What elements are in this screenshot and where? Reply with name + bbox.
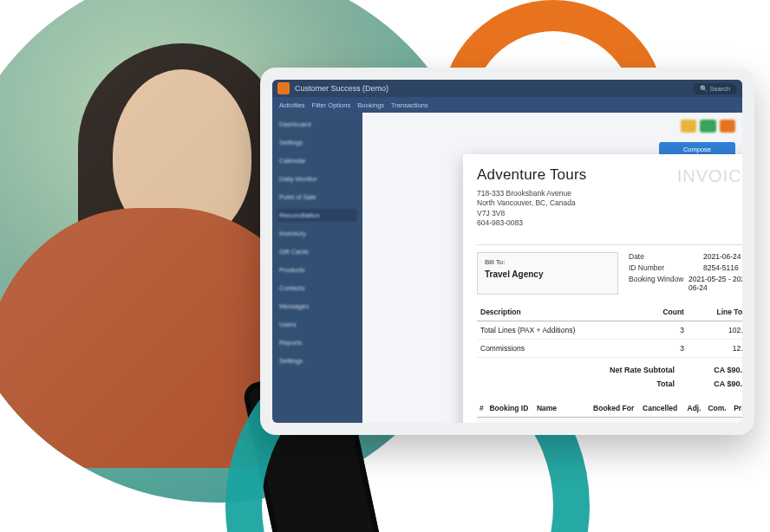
total-label: Total	[656, 380, 675, 388]
sidebar-item-daily[interactable]: Daily Monitor	[277, 172, 357, 185]
line-adj: 0.00	[682, 417, 703, 423]
invoice-company: Adventure Tours	[477, 166, 586, 184]
col-booked: Booked For	[591, 399, 640, 418]
sidebar-item-giftcards[interactable]: Gift Cards	[277, 245, 357, 258]
tab-filter[interactable]: Filter Options	[312, 101, 351, 109]
bill-to-label: Bill To:	[485, 258, 610, 266]
line-cancelled	[640, 417, 682, 423]
addr-line2: North Vancouver, BC, Canada	[477, 198, 586, 208]
meta-date-label: Date	[629, 252, 703, 261]
app-title: Customer Success (Demo)	[295, 84, 388, 93]
col-count: Count	[642, 303, 688, 321]
tab-strip: Activities Filter Options Bookings Trans…	[272, 97, 742, 113]
col-name: Name	[534, 399, 591, 418]
bill-to-value: Travel Agency	[485, 269, 610, 279]
line-booking: 6158161	[486, 417, 533, 423]
col-linetotal: Line Total	[688, 303, 742, 321]
invoice-watermark: INVOICE	[677, 166, 742, 186]
sidebar: Dashboard Settings Calendar Daily Monito…	[272, 113, 362, 423]
meta-window-label: Booking Window	[629, 275, 688, 292]
sidebar-item-pos[interactable]: Point of Sale	[277, 191, 357, 204]
summary-desc: Total Lines (PAX + Additions)	[477, 321, 642, 339]
search-placeholder: Search	[709, 85, 730, 93]
app-titlebar: Customer Success (Demo) 🔍 Search	[272, 80, 742, 97]
meta-window: 2021-05-25 - 2021-06-24	[688, 275, 742, 292]
col-com: Com.	[704, 399, 729, 418]
meta-date: 2021-06-24	[703, 252, 741, 261]
subtotal-value: CA $90.40	[699, 366, 742, 374]
summary-table: Description Count Line Total Total Lines…	[477, 303, 742, 358]
sidebar-item-users[interactable]: Users	[277, 318, 357, 331]
col-cancelled: Cancelled	[640, 399, 682, 418]
addr-line4: 604-983-0083	[477, 218, 586, 228]
line-price: 40.00	[729, 417, 742, 423]
meta-id-label: ID Number	[629, 263, 703, 272]
sidebar-item-products[interactable]: Products	[277, 263, 357, 276]
summary-desc: Commissions	[477, 339, 642, 357]
line-num: 1	[477, 417, 486, 423]
invoice-document: Adventure Tours 718-333 Brooksbank Avenu…	[463, 154, 742, 423]
lines-table: # Booking ID Name Booked For Cancelled A…	[477, 399, 742, 423]
col-adj: Adj.	[682, 399, 703, 418]
col-price: Price	[729, 399, 742, 418]
sidebar-item-reconciliation[interactable]: Reconciliation	[277, 209, 357, 222]
total-value: CA $90.40	[699, 380, 742, 388]
subtotal-label: Net Rate Subtotal	[610, 366, 675, 374]
action-pill-2[interactable]	[700, 120, 715, 133]
search-input[interactable]: 🔍 Search	[693, 83, 737, 94]
action-pill-1[interactable]	[681, 120, 696, 133]
sidebar-item-reports[interactable]: Reports	[277, 336, 357, 349]
col-booking: Booking ID	[486, 399, 533, 418]
addr-line3: V7J 3V8	[477, 209, 586, 218]
sidebar-item-settings2[interactable]: Settings	[277, 354, 357, 367]
col-desc: Description	[477, 303, 642, 321]
invoice-meta: Date2021-06-24 ID Number8254-5116 Bookin…	[629, 252, 742, 295]
meta-id: 8254-5116	[703, 263, 739, 272]
summary-count: 3	[642, 321, 688, 339]
summary-row: Total Lines (PAX + Additions) 3 102.40	[477, 321, 742, 339]
tab-bookings[interactable]: Bookings	[357, 101, 384, 109]
sidebar-item-inventory[interactable]: Inventory	[277, 227, 357, 240]
line-com: 4.00	[704, 417, 729, 423]
bill-to-box: Bill To: Travel Agency	[477, 252, 618, 295]
tab-transactions[interactable]: Transactions	[391, 101, 428, 109]
sidebar-item-dashboard[interactable]: Dashboard	[277, 118, 357, 131]
summary-count: 3	[642, 339, 688, 357]
totals-block: Net Rate SubtotalCA $90.40 TotalCA $90.4…	[477, 363, 742, 391]
line-name: John Doe	[534, 417, 591, 423]
tab-activities[interactable]: Activities	[279, 101, 305, 109]
line-row: 1 6158161 John Doe 2021-05-31 0.00 4.00 …	[477, 417, 742, 423]
summary-row: Commissions 3 12.00	[477, 339, 742, 357]
addr-line1: 718-333 Brooksbank Avenue	[477, 189, 586, 198]
sidebar-item-messages[interactable]: Messages	[277, 300, 357, 313]
summary-total: 12.00	[688, 339, 742, 357]
app-logo	[277, 82, 290, 94]
content-area: Compose Print Invoice Export Adventure T…	[362, 113, 742, 423]
action-pill-3[interactable]	[720, 120, 735, 133]
summary-total: 102.40	[688, 321, 742, 339]
invoice-address: 718-333 Brooksbank Avenue North Vancouve…	[477, 189, 586, 229]
tablet-frame: Customer Success (Demo) 🔍 Search Activit…	[260, 68, 754, 435]
sidebar-item-contacts[interactable]: Contacts	[277, 282, 357, 295]
sidebar-item-settings[interactable]: Settings	[277, 136, 357, 149]
line-booked: 2021-05-31	[591, 417, 640, 423]
app-screen: Customer Success (Demo) 🔍 Search Activit…	[272, 80, 742, 423]
sidebar-item-calendar[interactable]: Calendar	[277, 154, 357, 167]
col-num: #	[477, 399, 486, 418]
